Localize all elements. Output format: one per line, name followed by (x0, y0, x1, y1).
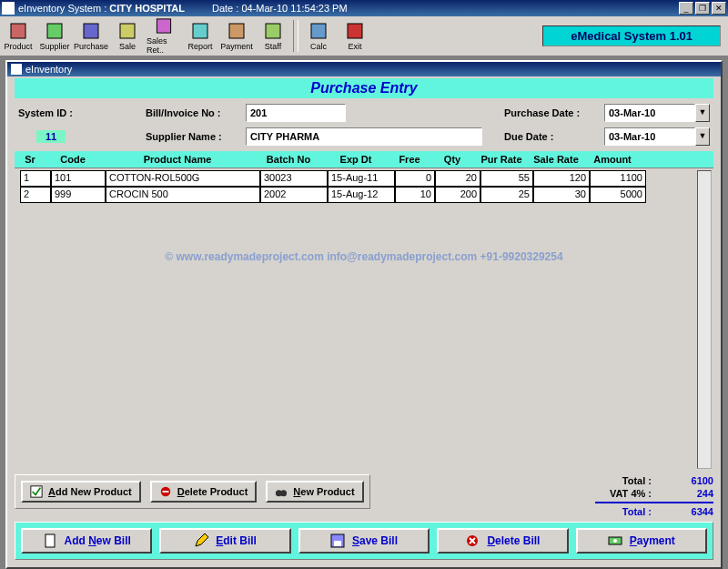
supplier-label: Supplier Name : (146, 131, 246, 142)
toolbar-sales-ret--button[interactable]: Sales Ret.. (146, 16, 182, 56)
titlebar-date: Date : 04-Mar-10 11:54:23 PM (212, 3, 348, 14)
app-titlebar: eInventory System : CITY HOSPITAL Date :… (0, 0, 728, 16)
toolbar-supplier-button[interactable]: Supplier (36, 16, 73, 56)
purchase-date-label: Purchase Date : (504, 107, 604, 118)
main-toolbar: ProductSupplierPurchaseSaleSales Ret..Re… (0, 16, 728, 56)
checkbox-icon (30, 485, 43, 498)
table-row[interactable]: 1101COTTON-ROL500G3002315-Aug-1102055120… (20, 170, 695, 187)
grid-area: 1101COTTON-ROL500G3002315-Aug-1102055120… (15, 168, 713, 471)
svg-point-14 (280, 490, 287, 496)
grid-header: Sr Code Product Name Batch No Exp Dt Fre… (15, 151, 713, 168)
svg-rect-9 (348, 24, 362, 38)
bottom-actions: Add New Bill Edit Bill Save Bill Delete … (15, 522, 713, 560)
svg-rect-8 (311, 24, 326, 38)
delete-product-button[interactable]: Delete Product (150, 481, 258, 503)
delete-bill-button[interactable]: Delete Bill (437, 528, 568, 554)
toolbar-report-button[interactable]: Report (182, 16, 218, 56)
toolbar-sale-button[interactable]: Sale (109, 16, 146, 56)
svg-rect-6 (229, 24, 244, 38)
child-titlebar: eInventory (7, 62, 721, 76)
svg-rect-5 (193, 24, 207, 38)
minimize-button[interactable]: _ (679, 2, 693, 15)
svg-rect-1 (47, 24, 62, 38)
toolbar-staff-button[interactable]: Staff (255, 16, 291, 56)
payment-button[interactable]: Payment (576, 528, 707, 554)
delete-icon (159, 485, 172, 498)
toolbar-calc-button[interactable]: Calc (300, 16, 337, 56)
system-id-label: System ID : (18, 107, 73, 118)
child-icon (11, 64, 22, 75)
toolbar-icon (228, 22, 246, 40)
toolbar-icon (82, 22, 100, 40)
app-icon (2, 2, 15, 15)
toolbar-icon (46, 22, 64, 40)
svg-rect-4 (157, 19, 170, 33)
toolbar-icon (9, 22, 27, 40)
edit-icon (194, 533, 208, 548)
chevron-down-icon[interactable]: ▼ (695, 104, 710, 122)
page-title: Purchase Entry (15, 78, 713, 98)
totals-panel: Total :6100 VAT 4% :244 Total :6344 (595, 474, 713, 518)
add-new-bill-button[interactable]: Add New Bill (21, 528, 152, 554)
binoculars-icon (275, 485, 288, 498)
toolbar-purchase-button[interactable]: Purchase (73, 16, 109, 56)
svg-rect-3 (120, 24, 135, 38)
app-title: eInventory System : CITY HOSPITAL (18, 3, 185, 14)
purchase-date-combo[interactable]: ▼ (604, 104, 710, 122)
due-date-combo[interactable]: ▼ (604, 127, 710, 146)
brand-label: eMedical System 1.01 (542, 25, 721, 46)
toolbar-icon (346, 22, 364, 40)
table-row[interactable]: 2999CROCIN 500200215-Aug-121020025305000 (20, 187, 695, 203)
save-bill-button[interactable]: Save Bill (298, 528, 430, 554)
due-date-label: Due Date : (504, 131, 604, 142)
toolbar-icon (264, 22, 282, 40)
toolbar-product-button[interactable]: Product (0, 16, 36, 56)
svg-rect-2 (84, 24, 98, 38)
payment-icon (608, 533, 622, 548)
toolbar-exit-button[interactable]: Exit (337, 16, 373, 56)
svg-rect-0 (11, 24, 25, 38)
svg-rect-17 (334, 541, 341, 546)
maximize-button[interactable]: ❐ (695, 2, 710, 15)
bill-no-input[interactable] (246, 104, 346, 122)
trash-icon (465, 533, 480, 548)
new-product-button[interactable]: New Product (266, 481, 363, 503)
svg-rect-15 (46, 534, 55, 547)
svg-rect-7 (266, 24, 280, 38)
child-title: eInventory (25, 64, 72, 75)
add-new-product-button[interactable]: AAdd New Productdd New Product (21, 481, 141, 503)
watermark: © www.readymadeproject.com info@readymad… (15, 250, 713, 263)
bill-no-label: Bill/Invoice No : (146, 107, 246, 118)
toolbar-payment-button[interactable]: Payment (218, 16, 255, 56)
mdi-area: eInventory Purchase Entry System ID : Bi… (0, 56, 728, 569)
toolbar-icon (155, 17, 173, 35)
document-icon (43, 533, 57, 548)
child-window: eInventory Purchase Entry System ID : Bi… (5, 60, 723, 569)
toolbar-icon (191, 22, 209, 40)
grid-scrollbar[interactable] (697, 170, 712, 469)
chevron-down-icon[interactable]: ▼ (695, 127, 710, 146)
toolbar-icon (118, 22, 136, 40)
supplier-input[interactable] (246, 127, 482, 146)
svg-point-20 (613, 539, 617, 543)
toolbar-icon (309, 22, 328, 40)
close-button[interactable]: ✕ (712, 2, 726, 15)
save-icon (330, 533, 345, 548)
svg-rect-12 (162, 491, 168, 493)
system-id-value: 11 (36, 130, 66, 143)
edit-bill-button[interactable]: Edit Bill (159, 528, 290, 554)
